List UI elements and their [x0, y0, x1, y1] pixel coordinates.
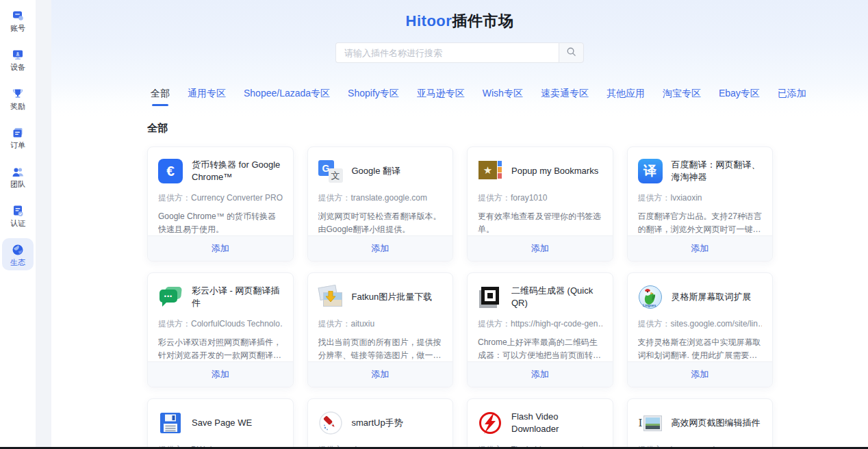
- plugin-name: 高效网页截图编辑插件: [672, 417, 761, 429]
- sidebar-item-label: 认证: [10, 220, 25, 227]
- qr-code-icon: [478, 285, 502, 309]
- add-plugin-button[interactable]: 添加: [468, 361, 613, 387]
- plugin-card-header: •••彩云小译 - 网页翻译插件: [158, 285, 283, 309]
- provider-value: ColorfulClouds Technolo…: [191, 319, 283, 329]
- tab-5[interactable]: Wish专区: [483, 88, 523, 106]
- plugin-description: 彩云小译双语对照网页翻译插件，针对浏览器开发的一款网页翻译工具，一…: [158, 336, 283, 362]
- provider-label: 提供方：: [318, 193, 351, 203]
- add-button-label: 添加: [212, 242, 229, 255]
- plugin-provider: 提供方：Currency Converter PRO: [158, 192, 283, 204]
- sidebar-item-认证[interactable]: 认证: [2, 199, 34, 231]
- plugin-name: smartUp手势: [352, 417, 403, 429]
- plugin-card-header: I高效网页截图编辑插件: [638, 411, 763, 435]
- plugin-card-header: 二维码生成器 (Quick QR): [478, 285, 602, 309]
- plugin-description: 找出当前页面的所有图片，提供按分辨率、链接等筛选图片，做一个简单好…: [318, 336, 443, 362]
- brand-name: Hitoor: [406, 12, 452, 29]
- floppy-save-icon: [158, 411, 183, 435]
- add-plugin-button[interactable]: 添加: [148, 235, 293, 261]
- page-title: Hitoor插件市场: [51, 0, 868, 31]
- main-content: Hitoor插件市场 全部通用专区Shopee/Lazada专区Shopify专…: [51, 0, 868, 449]
- add-plugin-button[interactable]: 添加: [308, 361, 453, 387]
- plugin-description: 百度翻译官方出品。支持27种语言的翻译，浏览外文网页时可一键网页翻…: [638, 210, 763, 236]
- search-input[interactable]: [335, 42, 559, 63]
- search-button[interactable]: [559, 42, 584, 63]
- provider-label: 提供方：: [158, 319, 191, 329]
- search-bar: [335, 42, 584, 63]
- reward-icon: [11, 87, 25, 101]
- tab-2[interactable]: Shopee/Lazada专区: [244, 88, 330, 106]
- page-title-rest: 插件市场: [452, 12, 513, 29]
- sidebar-item-label: 设备: [10, 64, 25, 71]
- sidebar-item-label: 团队: [10, 181, 25, 188]
- sidebar-item-奖励[interactable]: 奖励: [2, 82, 34, 114]
- category-tabs: 全部通用专区Shopee/Lazada专区Shopify专区亚马逊专区Wish专…: [151, 88, 868, 106]
- plugin-card: •••彩云小译 - 网页翻译插件提供方：ColorfulClouds Techn…: [147, 272, 294, 387]
- account-icon: [11, 9, 25, 23]
- sidebar-item-账号[interactable]: 账号: [2, 4, 34, 36]
- sidebar-item-团队[interactable]: 团队: [2, 160, 34, 192]
- add-plugin-button[interactable]: 添加: [628, 361, 773, 387]
- provider-label: 提供方：: [638, 319, 671, 329]
- provider-value: translate.google.com: [351, 193, 427, 203]
- provider-label: 提供方：: [638, 193, 671, 203]
- tab-1[interactable]: 通用专区: [188, 88, 226, 106]
- provider-label: 提供方：: [318, 319, 351, 329]
- sidebar-gutter: [36, 0, 51, 449]
- plugin-card-header: ★Popup my Bookmarks: [478, 159, 602, 183]
- baidu-translate-icon: 译: [638, 159, 663, 183]
- plugin-name: Save Page WE: [192, 417, 252, 429]
- plugin-card-header: Lingoes灵格斯屏幕取词扩展: [638, 285, 763, 309]
- provider-value: Currency Converter PRO: [191, 193, 283, 203]
- sidebar-item-订单[interactable]: 订单: [2, 121, 34, 153]
- plugin-card-header: Save Page WE: [158, 411, 283, 435]
- sidebar-item-label: 生态: [10, 259, 25, 266]
- plugin-description: 浏览网页时可轻松查看翻译版本。由Google翻译小组提供。: [318, 210, 443, 236]
- plugin-description: 支持灵格斯在浏览器中实现屏幕取词和划词翻译. 使用此扩展需要安装运行…: [638, 336, 763, 362]
- tab-0[interactable]: 全部: [151, 88, 170, 106]
- plugin-provider: 提供方：aituxiu: [318, 318, 443, 330]
- tab-3[interactable]: Shopify专区: [348, 88, 399, 106]
- lingoes-parrot-icon: Lingoes: [638, 285, 663, 309]
- add-plugin-button[interactable]: 添加: [308, 235, 453, 261]
- tab-8[interactable]: 淘宝专区: [663, 88, 701, 106]
- tab-4[interactable]: 亚马逊专区: [417, 88, 465, 106]
- add-plugin-button[interactable]: 添加: [628, 235, 773, 261]
- plugin-card-header: smartUp手势: [318, 411, 443, 435]
- ecosystem-icon: [11, 243, 25, 257]
- sidebar-item-生态[interactable]: 生态: [2, 238, 34, 270]
- provider-value: foray1010: [511, 193, 547, 203]
- tab-6[interactable]: 速卖通专区: [541, 88, 589, 106]
- plugin-card: ★Popup my Bookmarks提供方：foray1010更有效率地查看及…: [467, 146, 613, 261]
- plugin-provider: 提供方：https://high-qr-code-gen…: [478, 318, 602, 330]
- provider-value: https://high-qr-code-gen…: [511, 319, 602, 329]
- plugin-name: 货币转换器 for Google Chrome™: [192, 159, 283, 183]
- provider-value: sites.google.com/site/lin…: [671, 319, 763, 329]
- team-icon: [11, 165, 25, 179]
- plugin-name: Google 翻译: [352, 165, 401, 177]
- add-button-label: 添加: [691, 368, 709, 381]
- plugin-name: Flash Video Downloader: [511, 411, 602, 435]
- plugin-card: Save Page WE提供方：DW-dev添加: [147, 398, 294, 449]
- sidebar: 账号设备奖励订单团队认证生态: [0, 0, 36, 449]
- tab-9[interactable]: Ebay专区: [719, 88, 760, 106]
- fatkun-download-icon: [318, 285, 343, 309]
- sidebar-item-设备[interactable]: 设备: [2, 43, 34, 75]
- flash-lightning-icon: [478, 411, 502, 435]
- tab-7[interactable]: 其他应用: [607, 88, 645, 106]
- add-button-label: 添加: [691, 242, 709, 255]
- add-plugin-button[interactable]: 添加: [468, 235, 613, 261]
- plugin-grid: €货币转换器 for Google Chrome™提供方：Currency Co…: [147, 146, 773, 449]
- tab-10[interactable]: 已添加: [778, 88, 806, 106]
- provider-label: 提供方：: [478, 319, 511, 329]
- provider-label: 提供方：: [158, 193, 191, 203]
- search-icon: [566, 47, 576, 59]
- plugin-name: 彩云小译 - 网页翻译插件: [192, 285, 283, 309]
- add-plugin-button[interactable]: 添加: [148, 361, 293, 387]
- plugin-description: Google Chrome™ 的货币转换器快速且易于使用。: [158, 210, 283, 236]
- plugin-card: Flash Video Downloader提供方：Flashvideosave…: [467, 398, 613, 449]
- add-button-label: 添加: [531, 368, 549, 381]
- plugin-card-header: G文Google 翻译: [318, 159, 443, 183]
- plugin-name: Fatkun图片批量下载: [352, 291, 433, 303]
- plugin-card: smartUp手势提供方：zimoapps.com添加: [307, 398, 454, 449]
- plugin-card-header: Fatkun图片批量下载: [318, 285, 443, 309]
